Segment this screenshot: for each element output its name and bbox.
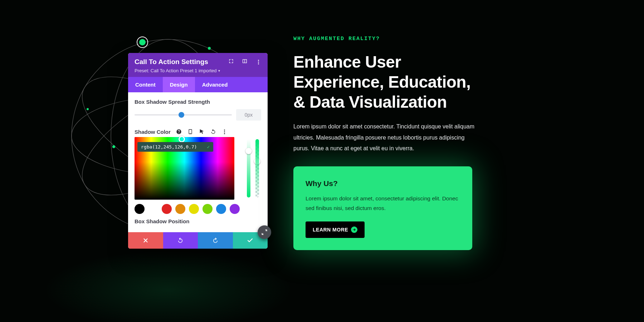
panel-footer: [128, 232, 268, 249]
panel-title: Call To Action Settings: [135, 58, 208, 66]
learn-more-label: LEARN MORE: [313, 227, 348, 233]
device-icon[interactable]: [187, 128, 194, 135]
cursor-icon[interactable]: [199, 128, 205, 135]
settings-panel: Call To Action Settings Preset: Call To …: [128, 53, 268, 249]
color-value-text: rgba(12,245,126,0.7): [141, 144, 197, 150]
hue-thumb[interactable]: [245, 148, 252, 154]
eyebrow-text: WHY AUGMENTED REALITY?: [293, 36, 479, 42]
columns-icon[interactable]: [242, 58, 248, 65]
cancel-button[interactable]: [128, 232, 163, 249]
headline: Enhance User Experience, Education, & Da…: [293, 52, 479, 112]
color-cursor[interactable]: [179, 136, 185, 142]
swatch-white[interactable]: [148, 204, 158, 214]
color-swatches: [135, 203, 261, 218]
panel-tabs: Content Design Advanced: [128, 77, 268, 92]
undo-icon[interactable]: [210, 128, 216, 135]
fullscreen-icon[interactable]: [228, 58, 234, 65]
content-column: WHY AUGMENTED REALITY? Enhance User Expe…: [293, 36, 479, 250]
lead-paragraph: Lorem ipsum dolor sit amet consectetur. …: [293, 121, 479, 154]
spread-strength-slider[interactable]: [135, 114, 232, 116]
tab-content[interactable]: Content: [128, 77, 163, 92]
swatch-black[interactable]: [135, 204, 145, 214]
panel-header: Call To Action Settings Preset: Call To …: [128, 53, 268, 77]
swatch-yellow[interactable]: [189, 204, 199, 214]
more-options-icon[interactable]: [221, 128, 228, 135]
shadow-position-label: Box Shadow Position: [135, 218, 261, 224]
card-title: Why Us?: [306, 179, 460, 188]
swatch-green[interactable]: [203, 204, 213, 214]
svg-point-5: [139, 39, 146, 45]
alpha-slider[interactable]: [255, 139, 259, 197]
arrow-right-icon: [351, 226, 357, 233]
swatch-red[interactable]: [162, 204, 172, 214]
help-icon[interactable]: [176, 128, 182, 135]
swatch-blue[interactable]: [216, 204, 226, 214]
hue-slider[interactable]: [247, 139, 250, 197]
redo-button[interactable]: [198, 232, 233, 249]
card-body: Lorem ipsum dolor sit amet, consectetur …: [306, 194, 460, 213]
swatch-orange[interactable]: [175, 204, 185, 214]
swatch-purple[interactable]: [230, 204, 240, 214]
alpha-thumb[interactable]: [254, 158, 260, 165]
undo-button[interactable]: [163, 232, 198, 249]
preset-dropdown[interactable]: Preset: Call To Action Preset 1 imported…: [135, 68, 261, 73]
tab-design[interactable]: Design: [163, 77, 195, 92]
preset-label: Preset: Call To Action Preset 1 imported: [135, 68, 217, 73]
confirm-color-icon[interactable]: ✓: [207, 144, 210, 150]
more-icon[interactable]: [255, 59, 261, 65]
svg-point-9: [208, 47, 211, 50]
color-picker[interactable]: rgba(12,245,126,0.7) ✓: [135, 137, 261, 200]
spread-strength-value[interactable]: 0px: [236, 109, 261, 121]
spread-strength-label: Box Shadow Spread Strength: [135, 99, 261, 105]
expand-button[interactable]: [258, 225, 271, 239]
learn-more-button[interactable]: LEARN MORE: [306, 221, 365, 238]
svg-point-10: [112, 145, 115, 148]
slider-thumb[interactable]: [179, 112, 184, 118]
svg-point-11: [87, 108, 89, 110]
cta-card: Why Us? Lorem ipsum dolor sit amet, cons…: [293, 166, 472, 250]
tab-advanced[interactable]: Advanced: [195, 77, 235, 92]
caret-down-icon: ▾: [218, 69, 220, 73]
color-value-input[interactable]: rgba(12,245,126,0.7) ✓: [137, 142, 213, 152]
floor-glow: [43, 250, 293, 322]
shadow-color-label: Shadow Color: [135, 129, 171, 135]
